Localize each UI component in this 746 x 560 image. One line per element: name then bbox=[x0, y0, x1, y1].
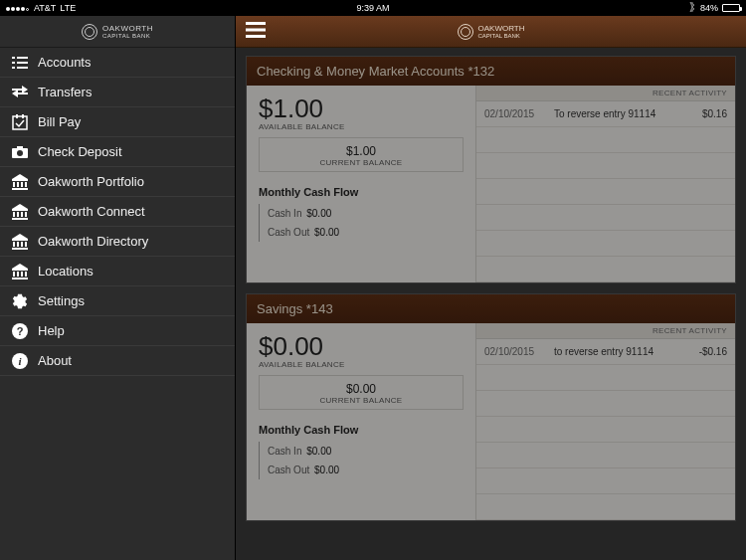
svg-rect-1 bbox=[246, 28, 266, 31]
sidebar-item-label: Oakworth Directory bbox=[38, 234, 148, 249]
activity-row[interactable]: 02/10/2015 To reverse entry 91114 $0.16 bbox=[476, 101, 735, 127]
current-balance-value: $0.00 bbox=[260, 382, 463, 396]
cash-in-row: Cash In $0.00 bbox=[259, 204, 464, 223]
content-area: Checking & Money Market Accounts *132 $1… bbox=[236, 48, 746, 560]
activity-date: 02/10/2015 bbox=[484, 108, 554, 119]
sidebar-item-label: Check Deposit bbox=[38, 144, 122, 159]
sidebar-item-label: About bbox=[38, 353, 72, 368]
cash-out-row: Cash Out $0.00 bbox=[259, 223, 464, 242]
activity-row-empty bbox=[476, 257, 735, 282]
activity-row-empty bbox=[476, 231, 735, 257]
sidebar-item-help[interactable]: Help bbox=[0, 316, 235, 346]
activity-desc: to reverse entry 91114 bbox=[554, 346, 667, 357]
current-balance-value: $1.00 bbox=[260, 144, 463, 158]
activity-row-empty bbox=[476, 127, 735, 153]
account-card: Savings *143 $0.00 AVAILABLE BALANCE $0.… bbox=[246, 293, 736, 521]
list-icon bbox=[12, 55, 28, 71]
logo-icon bbox=[458, 24, 473, 40]
sidebar-item-label: Oakworth Connect bbox=[38, 204, 145, 219]
available-balance-value: $1.00 bbox=[259, 93, 464, 124]
activity-row-empty bbox=[476, 468, 735, 494]
cashflow-title: Monthly Cash Flow bbox=[259, 424, 464, 436]
sidebar-item-settings[interactable]: Settings bbox=[0, 286, 235, 316]
activity-desc: To reverse entry 91114 bbox=[554, 108, 667, 119]
sidebar-item-connect[interactable]: Oakworth Connect bbox=[0, 197, 235, 227]
cash-in-row: Cash In $0.00 bbox=[259, 442, 464, 461]
network-label: LTE bbox=[60, 3, 76, 13]
activity-row-empty bbox=[476, 365, 735, 391]
cash-in-value: $0.00 bbox=[306, 208, 331, 219]
carrier-label: AT&T bbox=[34, 3, 56, 13]
cash-out-value: $0.00 bbox=[314, 465, 339, 475]
cashflow-title: Monthly Cash Flow bbox=[259, 186, 464, 198]
current-balance-box: $0.00 CURRENT BALANCE bbox=[259, 375, 464, 410]
account-title[interactable]: Savings *143 bbox=[247, 294, 735, 323]
recent-activity-panel: RECENT ACTIVITY 02/10/2015 to reverse en… bbox=[475, 323, 735, 520]
sidebar-item-portfolio[interactable]: Oakworth Portfolio bbox=[0, 167, 235, 197]
sidebar-item-label: Transfers bbox=[38, 85, 92, 99]
cash-in-value: $0.00 bbox=[306, 446, 331, 457]
activity-row-empty bbox=[476, 391, 735, 417]
sidebar-item-transfers[interactable]: Transfers bbox=[0, 78, 235, 107]
available-balance-value: $0.00 bbox=[259, 331, 464, 362]
sidebar-logo: OAKWORTH CAPITAL BANK bbox=[0, 16, 235, 48]
current-balance-box: $1.00 CURRENT BALANCE bbox=[259, 137, 464, 172]
topbar-logo: OAKWORTH CAPITAL BANK bbox=[458, 24, 525, 40]
activity-row-empty bbox=[476, 494, 735, 520]
activity-row-empty bbox=[476, 153, 735, 179]
cash-out-row: Cash Out $0.00 bbox=[259, 461, 464, 479]
status-bar: AT&T LTE 9:39 AM 84% bbox=[0, 0, 746, 16]
activity-row[interactable]: 02/10/2015 to reverse entry 91114 -$0.16 bbox=[476, 339, 735, 365]
account-title[interactable]: Checking & Money Market Accounts *132 bbox=[247, 57, 735, 86]
sidebar-item-label: Bill Pay bbox=[38, 114, 81, 129]
sidebar-item-directory[interactable]: Oakworth Directory bbox=[0, 227, 235, 257]
account-card: Checking & Money Market Accounts *132 $1… bbox=[246, 56, 736, 283]
recent-activity-header: RECENT ACTIVITY bbox=[476, 323, 735, 339]
recent-activity-panel: RECENT ACTIVITY 02/10/2015 To reverse en… bbox=[475, 86, 735, 282]
svg-rect-2 bbox=[246, 35, 266, 38]
info-icon bbox=[12, 353, 28, 369]
activity-amount: $0.16 bbox=[667, 108, 727, 119]
activity-row-empty bbox=[476, 205, 735, 231]
current-balance-label: CURRENT BALANCE bbox=[260, 158, 463, 167]
help-icon bbox=[12, 323, 28, 339]
sidebar-item-label: Locations bbox=[38, 264, 93, 279]
sidebar-item-accounts[interactable]: Accounts bbox=[0, 48, 235, 78]
sidebar-item-label: Oakworth Portfolio bbox=[38, 174, 144, 189]
activity-amount: -$0.16 bbox=[667, 346, 727, 357]
sidebar-item-about[interactable]: About bbox=[0, 346, 235, 376]
transfer-icon bbox=[12, 85, 28, 100]
battery-pct-label: 84% bbox=[700, 3, 718, 13]
bluetooth-icon bbox=[688, 2, 696, 14]
brand-line2: CAPITAL BANK bbox=[102, 33, 153, 39]
sidebar-item-label: Accounts bbox=[38, 55, 91, 70]
activity-row-empty bbox=[476, 443, 735, 468]
menu-button[interactable] bbox=[246, 21, 266, 43]
activity-date: 02/10/2015 bbox=[484, 346, 554, 357]
recent-activity-header: RECENT ACTIVITY bbox=[476, 86, 735, 101]
battery-icon bbox=[722, 4, 740, 12]
sidebar-item-locations[interactable]: Locations bbox=[0, 257, 235, 286]
topbar: OAKWORTH CAPITAL BANK bbox=[236, 16, 746, 48]
bank-icon bbox=[12, 174, 28, 190]
calendar-icon bbox=[12, 114, 28, 130]
sidebar-item-billpay[interactable]: Bill Pay bbox=[0, 107, 235, 137]
bank-icon bbox=[12, 264, 28, 280]
signal-dots-icon bbox=[6, 3, 30, 13]
activity-row-empty bbox=[476, 417, 735, 443]
sidebar: OAKWORTH CAPITAL BANK Accounts Transfers… bbox=[0, 0, 236, 560]
available-balance-label: AVAILABLE BALANCE bbox=[259, 360, 464, 369]
logo-icon bbox=[82, 24, 97, 40]
bank-icon bbox=[12, 204, 28, 220]
gear-icon bbox=[12, 293, 28, 309]
svg-rect-0 bbox=[246, 22, 266, 25]
brand-line1: OAKWORTH bbox=[102, 25, 153, 33]
activity-row-empty bbox=[476, 179, 735, 205]
available-balance-label: AVAILABLE BALANCE bbox=[259, 122, 464, 131]
clock-label: 9:39 AM bbox=[356, 3, 389, 13]
camera-icon bbox=[12, 144, 28, 160]
sidebar-item-label: Help bbox=[38, 323, 65, 338]
sidebar-item-label: Settings bbox=[38, 293, 85, 308]
cash-out-value: $0.00 bbox=[314, 227, 339, 238]
sidebar-item-checkdeposit[interactable]: Check Deposit bbox=[0, 137, 235, 167]
